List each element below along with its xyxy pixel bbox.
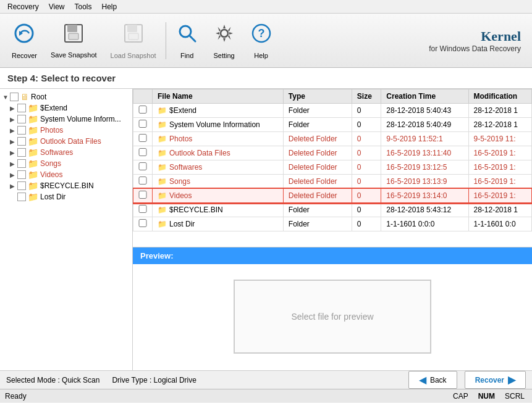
file-type-cell: Folder xyxy=(283,104,352,118)
row-checkbox-cell xyxy=(133,189,153,203)
setting-button[interactable]: Setting xyxy=(206,17,243,64)
tree-item-photos[interactable]: ▶ 📁 Photos xyxy=(2,125,130,136)
status-buttons: ◀ Back Recover ▶ xyxy=(408,371,526,389)
file-size-cell: 0 xyxy=(352,217,381,231)
recover-action-button[interactable]: Recover ▶ xyxy=(465,371,526,389)
recover-label: Recover xyxy=(12,52,37,59)
tree-label-videos: Videos xyxy=(40,170,62,179)
file-panel: File Name Type Size Creation Time Modifi… xyxy=(133,89,532,370)
row-checkbox-cell xyxy=(133,104,153,118)
checkbox-lostdir[interactable] xyxy=(17,193,26,201)
row-checkbox-cell xyxy=(133,118,153,132)
row-checkbox[interactable] xyxy=(138,106,147,114)
table-row[interactable]: 📁PhotosDeleted Folder09-5-2019 11:52:19-… xyxy=(133,132,532,146)
row-checkbox[interactable] xyxy=(138,134,147,142)
row-checkbox[interactable] xyxy=(138,219,147,227)
row-checkbox[interactable] xyxy=(138,120,147,128)
checkbox-photos[interactable] xyxy=(17,126,26,135)
back-button[interactable]: ◀ Back xyxy=(408,371,457,389)
table-row[interactable]: 📁SongsDeleted Folder016-5-2019 13:13:916… xyxy=(133,175,532,189)
menu-tools[interactable]: Tools xyxy=(69,1,96,12)
table-row[interactable]: 📁System Volume InformationFolder028-12-2… xyxy=(133,118,532,132)
expander-sysvolinfo: ▶ xyxy=(10,116,17,123)
tree-item-root[interactable]: ▼ 🖥 Root xyxy=(2,91,130,102)
tree-item-videos[interactable]: ▶ 📁 Videos xyxy=(2,169,130,180)
save-snapshot-button[interactable]: Save Snapshot xyxy=(44,17,104,64)
col-filename[interactable]: File Name xyxy=(153,89,284,104)
table-row[interactable]: 📁SoftwaresDeleted Folder016-5-2019 13:12… xyxy=(133,160,532,175)
svg-rect-4 xyxy=(69,33,78,39)
file-type-cell: Deleted Folder xyxy=(283,132,352,146)
file-created-cell: 28-12-2018 5:43:12 xyxy=(381,203,468,217)
file-name-cell: 📁$Extend xyxy=(153,104,284,118)
recover-action-label: Recover xyxy=(475,376,504,384)
tree-item-outlook[interactable]: ▶ 📁 Outlook Data Files xyxy=(2,136,130,147)
folder-icon-songs: 📁 xyxy=(28,159,38,168)
step-title: Step 4: Select to recover xyxy=(7,73,116,83)
file-type-cell: Deleted Folder xyxy=(283,160,352,175)
col-created[interactable]: Creation Time xyxy=(381,89,468,104)
row-checkbox[interactable] xyxy=(138,162,147,170)
help-button[interactable]: ? Help xyxy=(243,17,280,64)
expander-recycle: ▶ xyxy=(10,183,17,189)
find-button[interactable]: Find xyxy=(169,17,206,64)
checkbox-outlook[interactable] xyxy=(17,137,26,146)
tree-item-lostdir[interactable]: 📁 Lost Dir xyxy=(2,191,130,202)
back-label: Back xyxy=(430,376,447,384)
table-row[interactable]: 📁$ExtendFolder028-12-2018 5:40:4328-12-2… xyxy=(133,104,532,118)
expander-root: ▼ xyxy=(2,94,10,101)
checkbox-recycle[interactable] xyxy=(17,181,26,190)
row-checkbox[interactable] xyxy=(138,191,147,199)
tree-item-songs[interactable]: ▶ 📁 Songs xyxy=(2,158,130,169)
table-row[interactable]: 📁Lost DirFolder01-1-1601 0:0:01-1-1601 0… xyxy=(133,217,532,231)
file-size-cell: 0 xyxy=(352,189,381,203)
drive-label: Drive Type xyxy=(112,376,147,384)
file-name-cell: 📁System Volume Information xyxy=(153,118,284,132)
tree-label-root: Root xyxy=(31,93,46,101)
checkbox-softwares[interactable] xyxy=(17,148,26,157)
file-modified-cell: 9-5-2019 11: xyxy=(468,132,532,146)
row-checkbox-cell xyxy=(133,146,153,160)
tree-item-softwares[interactable]: ▶ 📁 Softwares xyxy=(2,147,130,158)
tree-label-outlook: Outlook Data Files xyxy=(40,137,101,146)
row-checkbox[interactable] xyxy=(138,148,147,156)
col-checkbox xyxy=(133,89,153,104)
checkbox-sysvolinfo[interactable] xyxy=(17,115,26,123)
file-name-cell: 📁Softwares xyxy=(153,160,284,175)
checkbox-root[interactable] xyxy=(10,93,19,101)
col-type[interactable]: Type xyxy=(283,89,352,104)
folder-icon-sysvolinfo: 📁 xyxy=(28,114,38,124)
tree-item-recycle[interactable]: ▶ 📁 $RECYCLE.BIN xyxy=(2,180,130,191)
tree-panel[interactable]: ▼ 🖥 Root ▶ 📁 $Extend ▶ 📁 System Volume I… xyxy=(0,89,133,370)
table-row[interactable]: 📁Outlook Data FilesDeleted Folder016-5-2… xyxy=(133,146,532,160)
col-modified[interactable]: Modification xyxy=(468,89,532,104)
tree-item-extend[interactable]: ▶ 📁 $Extend xyxy=(2,102,130,114)
table-row[interactable]: 📁$RECYCLE.BINFolder028-12-2018 5:43:1228… xyxy=(133,203,532,217)
row-checkbox[interactable] xyxy=(138,205,147,213)
load-snapshot-button[interactable]: Load Snapshot xyxy=(104,17,163,64)
files-list: File Name Type Size Creation Time Modifi… xyxy=(133,89,532,231)
checkbox-extend[interactable] xyxy=(17,104,26,112)
drive-separator: : xyxy=(150,376,154,384)
file-type-cell: Deleted Folder xyxy=(283,146,352,160)
mode-value: Quick Scan xyxy=(62,376,99,384)
file-created-cell: 28-12-2018 5:40:43 xyxy=(381,104,468,118)
row-checkbox[interactable] xyxy=(138,177,147,185)
toolbar-separator-1 xyxy=(166,22,166,59)
col-size[interactable]: Size xyxy=(352,89,381,104)
indicators: CAP NUM SCRL xyxy=(450,392,527,401)
file-table[interactable]: File Name Type Size Creation Time Modifi… xyxy=(133,89,532,247)
recover-button[interactable]: Recover xyxy=(5,17,44,64)
checkbox-songs[interactable] xyxy=(17,159,26,168)
file-modified-cell: 28-12-2018 1 xyxy=(468,203,532,217)
menu-help[interactable]: Help xyxy=(97,1,122,12)
file-created-cell: 16-5-2019 13:14:0 xyxy=(381,189,468,203)
checkbox-videos[interactable] xyxy=(17,170,26,179)
tree-item-sysvolinfo[interactable]: ▶ 📁 System Volume Inform... xyxy=(2,114,130,125)
ready-status: Ready xyxy=(5,392,27,401)
setting-icon xyxy=(213,22,235,49)
menu-view[interactable]: View xyxy=(44,1,70,12)
table-row[interactable]: 📁VideosDeleted Folder016-5-2019 13:14:01… xyxy=(133,189,532,203)
menu-recovery[interactable]: Recovery xyxy=(2,1,44,12)
menu-bar: Recovery View Tools Help xyxy=(0,0,532,14)
